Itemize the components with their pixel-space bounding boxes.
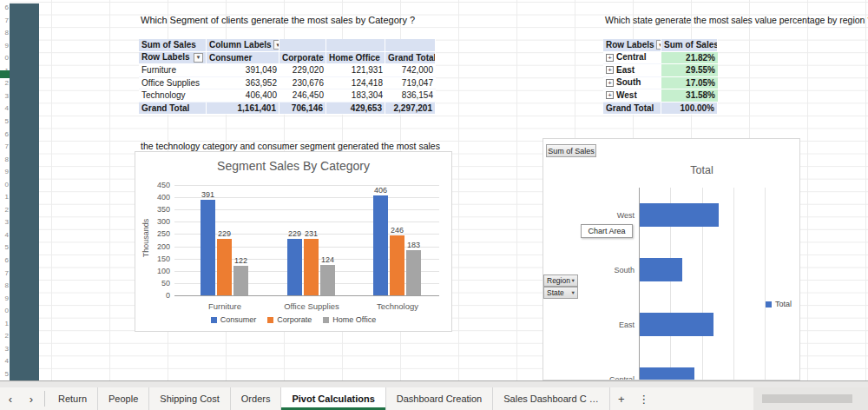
- row-number[interactable]: 0: [0, 179, 9, 191]
- pivot2-region-label-central[interactable]: +Central: [603, 52, 661, 65]
- column-bar-home-office[interactable]: [233, 266, 248, 295]
- pivot1-value[interactable]: 229,020: [279, 64, 326, 77]
- expand-icon[interactable]: +: [606, 91, 614, 99]
- pivot1-grand-total-label[interactable]: Grand Total: [139, 102, 207, 116]
- horizontal-scrollbar[interactable]: [0, 380, 868, 387]
- row-number[interactable]: 3: [0, 90, 9, 102]
- pivot1-corner[interactable]: Sum of Sales: [139, 39, 207, 52]
- row-number[interactable]: 8: [0, 27, 9, 39]
- pivot1-grand-total-value[interactable]: 2,297,201: [385, 102, 436, 116]
- pivot1-row-label[interactable]: Office Supplies: [139, 77, 207, 90]
- row-number[interactable]: 7: [0, 15, 9, 27]
- pivot2-region-label-east[interactable]: +East: [603, 64, 661, 77]
- pivot1-col-header-home-office[interactable]: Home Office: [326, 52, 385, 65]
- row-number[interactable]: 5: [0, 116, 9, 128]
- pivot-region-table[interactable]: Row Labels▼Sum of Sales+Central21.82%+Ea…: [603, 39, 718, 115]
- state-filter-button[interactable]: State ▼: [543, 287, 578, 299]
- dark-column-fill[interactable]: [10, 3, 39, 380]
- row-number[interactable]: 8: [0, 280, 9, 292]
- row-number[interactable]: 3: [0, 343, 9, 355]
- pivot1-grand-total-value[interactable]: 429,653: [326, 102, 385, 116]
- legend-item-consumer[interactable]: Consumer: [211, 315, 257, 324]
- pivot2-row-labels[interactable]: Row Labels▼: [603, 39, 661, 52]
- pivot1-value[interactable]: 246,450: [279, 89, 326, 102]
- row-number[interactable]: 5: [0, 241, 9, 254]
- region-filter-button[interactable]: Region ▼: [543, 274, 578, 287]
- pivot1-row-label[interactable]: Furniture: [139, 64, 207, 77]
- sheet-tab-pivot-calculations[interactable]: Pivot Calculations: [281, 387, 385, 410]
- row-number[interactable]: 2: [0, 204, 9, 216]
- sheet-tab-orders[interactable]: Orders: [231, 387, 282, 410]
- row-number[interactable]: 7: [0, 141, 9, 153]
- pivot1-value[interactable]: 124,418: [326, 77, 385, 90]
- pivot1-col-header-consumer[interactable]: Consumer: [207, 52, 279, 65]
- pivot2-region-label-south[interactable]: +South: [603, 77, 661, 90]
- pivot1-value[interactable]: 363,952: [207, 77, 279, 90]
- expand-icon[interactable]: +: [606, 79, 614, 87]
- pivot1-column-labels[interactable]: Column Labels▼: [207, 39, 279, 52]
- pivot1-col-header-corporate[interactable]: Corporate: [279, 52, 326, 65]
- tab-scroll-right-icon[interactable]: ›: [21, 387, 42, 410]
- region-bar-east[interactable]: [639, 313, 713, 336]
- row-number[interactable]: 8: [0, 154, 9, 166]
- pivot2-value-header[interactable]: Sum of Sales: [661, 39, 718, 52]
- pivot1-col-header-grand-total[interactable]: Grand Total: [385, 52, 436, 65]
- row-number[interactable]: 6: [0, 2, 9, 14]
- column-labels-dropdown[interactable]: ▼: [273, 40, 279, 50]
- pivot-segment-table[interactable]: Sum of SalesColumn Labels▼Row Labels▼Con…: [139, 39, 436, 115]
- expand-icon[interactable]: +: [606, 54, 614, 62]
- row-number[interactable]: 6: [0, 255, 9, 267]
- column-bar-home-office[interactable]: [406, 250, 421, 295]
- legend-item-home-office[interactable]: Home Office: [323, 315, 376, 324]
- pivot2-region-value[interactable]: 29.55%: [661, 64, 718, 77]
- legend-item-corporate[interactable]: Corporate: [267, 315, 312, 324]
- row-number[interactable]: 1: [0, 191, 9, 203]
- row-number[interactable]: 3: [0, 216, 9, 228]
- column-bar-consumer[interactable]: [373, 195, 388, 295]
- row-number[interactable]: 4: [0, 355, 9, 367]
- region-chart-legend[interactable]: Total: [766, 300, 792, 308]
- sheet-tab-people[interactable]: People: [98, 387, 149, 410]
- row-number[interactable]: 1: [0, 318, 9, 330]
- tab-scroll-left-icon[interactable]: ‹: [0, 387, 21, 410]
- row-number[interactable]: 2: [0, 77, 9, 89]
- row-number[interactable]: 7: [0, 268, 9, 280]
- row-number[interactable]: 5: [0, 368, 9, 380]
- sheet-tab-sales-dashboard-c[interactable]: Sales Dashboard C …: [493, 387, 609, 410]
- pivot1-value[interactable]: 230,676: [279, 77, 326, 90]
- sum-of-sales-field-button[interactable]: Sum of Sales: [546, 144, 596, 157]
- pivot1-value[interactable]: 391,049: [207, 64, 279, 77]
- pivot1-value[interactable]: 719,047: [385, 77, 436, 90]
- row-number[interactable]: 6: [0, 129, 9, 141]
- region-bar-south[interactable]: [639, 258, 682, 281]
- pivot1-value[interactable]: 742,000: [385, 64, 436, 77]
- pivot1-value[interactable]: 121,931: [326, 64, 385, 77]
- pivot1-grand-total-value[interactable]: 1,161,401: [207, 102, 279, 116]
- pivot2-region-label-west[interactable]: +West: [603, 89, 661, 102]
- row-number[interactable]: 4: [0, 102, 9, 115]
- pivot1-row-labels[interactable]: Row Labels▼: [139, 52, 207, 65]
- segment-chart-legend[interactable]: ConsumerCorporateHome Office: [135, 315, 451, 324]
- column-bar-corporate[interactable]: [217, 239, 232, 295]
- region-bar-west[interactable]: [639, 203, 719, 227]
- column-bar-corporate[interactable]: [304, 239, 319, 295]
- row-number[interactable]: 0: [0, 305, 9, 317]
- pivot2-region-value[interactable]: 17.05%: [661, 77, 718, 90]
- expand-icon[interactable]: +: [606, 66, 614, 74]
- sheet-tab-shipping-cost[interactable]: Shipping Cost: [149, 387, 231, 410]
- segment-chart[interactable]: Segment Sales By Category Thousands Cons…: [135, 151, 452, 332]
- column-bar-consumer[interactable]: [287, 239, 302, 295]
- more-sheets-button[interactable]: ⋮: [633, 387, 655, 410]
- row-number-gutter[interactable]: 678901234567890123456789012345: [0, 0, 10, 380]
- row-number[interactable]: 0: [0, 52, 9, 64]
- region-chart[interactable]: Total Sum of Sales Total Region ▼ State …: [542, 138, 800, 380]
- row-number[interactable]: 2: [0, 330, 9, 342]
- sheet-tab-return[interactable]: Return: [48, 387, 98, 410]
- add-sheet-button[interactable]: +: [610, 387, 633, 410]
- tab-scrollbar-corner[interactable]: [753, 387, 868, 410]
- column-bar-consumer[interactable]: [201, 200, 215, 295]
- pivot2-region-value[interactable]: 31.58%: [661, 89, 718, 102]
- row-number[interactable]: 9: [0, 293, 9, 305]
- pivot2-region-value[interactable]: 21.82%: [661, 52, 718, 65]
- pivot1-value[interactable]: 183,304: [326, 89, 385, 102]
